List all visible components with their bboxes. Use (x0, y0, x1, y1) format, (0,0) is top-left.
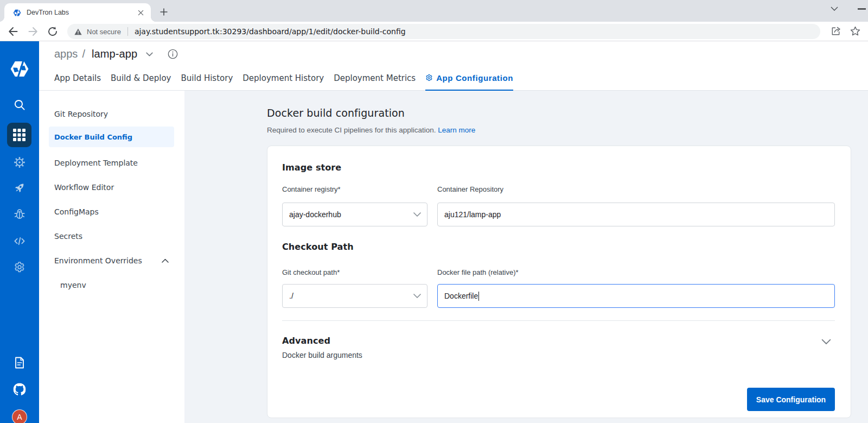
document-icon-svg (14, 357, 25, 369)
devtron-logo-icon-svg (10, 59, 29, 79)
subnav-deployment-template[interactable]: Deployment Template (39, 150, 184, 175)
advanced-heading: Advanced (282, 336, 362, 346)
devtron-logo-icon[interactable] (10, 59, 29, 79)
tab-search-chevron-icon[interactable] (828, 2, 841, 15)
subnav-myenv[interactable]: myenv (39, 273, 184, 297)
advanced-expand-chevron-icon[interactable] (821, 339, 831, 345)
devtron-app: A apps / lamp-app (0, 41, 868, 423)
user-avatar[interactable]: A (12, 409, 27, 423)
collapse-chevron-up-icon-svg (162, 258, 169, 263)
git-checkout-path-label: Git checkout path* (282, 268, 427, 276)
main-panel: apps / lamp-app App Deta (39, 41, 868, 423)
left-icon-rail: A (0, 41, 39, 423)
subnav-docker-build-config[interactable]: Docker Build Config (49, 127, 174, 147)
forward-button-icon[interactable] (28, 26, 39, 37)
container-repository-value: aju121/lamp-app (444, 210, 501, 219)
app-info-icon[interactable] (168, 49, 178, 59)
page-subtitle: Required to execute CI pipelines for thi… (267, 126, 851, 134)
checkout-path-heading: Checkout Path (282, 242, 835, 252)
tab-search-chevron-icon-svg (831, 7, 838, 11)
rocket-icon[interactable] (13, 181, 26, 194)
rocket-icon-svg (13, 181, 26, 194)
app-switcher-chevron-icon-svg (146, 52, 153, 56)
reload-button-icon[interactable] (47, 26, 58, 37)
app-info-icon-svg (168, 49, 178, 59)
save-configuration-button[interactable]: Save Configuration (747, 388, 835, 411)
tab-title: DevTron Labs (27, 9, 136, 16)
app-switcher-chevron-icon[interactable] (146, 52, 153, 56)
app-header: apps / lamp-app App Deta (39, 41, 868, 91)
devtron-favicon-icon (13, 9, 21, 17)
advanced-text-group: Advanced Docker build arguments (282, 336, 362, 359)
window-minimize-icon[interactable] (855, 2, 868, 15)
container-registry-label: Container registry* (282, 185, 427, 193)
applications-grid-selected[interactable] (7, 123, 31, 147)
grid-icon (12, 128, 26, 142)
docker-config-card: Image store Container registry* Containe… (267, 146, 851, 418)
new-tab-button[interactable] (156, 4, 171, 20)
search-icon-svg (14, 99, 25, 111)
page-title: Docker build configuration (267, 107, 851, 119)
browser-tabstrip: DevTron Labs (0, 0, 868, 22)
config-subnav: Git Repository Docker Build Config Deplo… (39, 91, 184, 423)
image-store-control-row: ajay-dockerhub aju121/lamp-app (282, 203, 835, 226)
image-store-heading: Image store (282, 162, 835, 173)
bug-icon[interactable] (14, 209, 26, 221)
docker-build-arguments-label: Docker build arguments (282, 351, 362, 359)
tab-app-details[interactable]: App Details (54, 66, 101, 91)
not-secure-label[interactable]: Not secure (87, 28, 121, 36)
page-subtitle-text: Required to execute CI pipelines for thi… (267, 126, 436, 134)
settings-cog-icon-svg (14, 261, 26, 274)
learn-more-link[interactable]: Learn more (438, 126, 475, 134)
gear-dotted-icon-svg (14, 156, 26, 169)
git-checkout-path-select[interactable]: ./ (282, 284, 427, 308)
tab-app-configuration[interactable]: App Configuration (425, 66, 513, 91)
bookmark-star-icon[interactable] (850, 26, 861, 37)
tab-build-deploy[interactable]: Build & Deploy (111, 66, 171, 91)
container-repository-input[interactable]: aju121/lamp-app (437, 203, 835, 226)
gear-dotted-icon[interactable] (14, 156, 26, 169)
breadcrumb-app-name[interactable]: lamp-app (92, 48, 137, 60)
container-registry-value: ajay-dockerhub (289, 210, 341, 219)
not-secure-warning-icon[interactable] (74, 28, 82, 35)
bug-icon-svg (14, 209, 26, 221)
tab-deployment-history[interactable]: Deployment History (242, 66, 324, 91)
container-registry-select[interactable]: ajay-dockerhub (282, 203, 427, 226)
tab-build-history[interactable]: Build History (181, 66, 233, 91)
advanced-expand-chevron-icon-svg (821, 339, 831, 345)
app-configuration-gear-icon (425, 74, 433, 81)
config-content: Docker build configuration Required to e… (184, 91, 868, 423)
search-icon[interactable] (14, 99, 25, 111)
tab-close-icon[interactable] (136, 8, 145, 17)
document-icon[interactable] (14, 357, 25, 369)
breadcrumb-separator: / (82, 48, 85, 60)
docker-file-path-input[interactable]: Dockerfile (437, 284, 835, 308)
subnav-git-repository[interactable]: Git Repository (39, 102, 184, 126)
collapse-chevron-up-icon[interactable] (162, 258, 169, 263)
breadcrumb-apps[interactable]: apps (54, 48, 78, 60)
tab-deployment-metrics[interactable]: Deployment Metrics (334, 66, 416, 91)
subnav-environment-overrides[interactable]: Environment Overrides (39, 248, 184, 273)
github-icon[interactable] (14, 383, 26, 396)
browser-tab[interactable]: DevTron Labs (4, 3, 151, 22)
url-text[interactable]: ajay.studentsupport.tk:30293/dashboard/a… (135, 27, 406, 36)
subnav-secrets[interactable]: Secrets (39, 224, 184, 248)
browser-window: DevTron Labs (0, 0, 868, 423)
subnav-configmaps[interactable]: ConfigMaps (39, 199, 184, 224)
code-icon[interactable] (14, 235, 26, 248)
address-bar[interactable]: Not secure ajay.studentsupport.tk:30293/… (67, 24, 820, 39)
code-icon-svg (14, 235, 26, 248)
back-button-icon[interactable] (8, 26, 18, 37)
git-checkout-path-value: ./ (289, 292, 293, 300)
section-divider (282, 320, 835, 321)
subnav-workflow-editor[interactable]: Workflow Editor (39, 175, 184, 199)
select-chevron-icon (413, 212, 421, 217)
github-icon-svg (14, 383, 26, 396)
address-divider (127, 27, 128, 36)
window-minimize-icon-svg (858, 8, 866, 10)
breadcrumb: apps / lamp-app (54, 48, 178, 60)
settings-cog-icon[interactable] (14, 261, 26, 274)
share-icon[interactable] (830, 26, 841, 37)
subnav-environment-overrides-label: Environment Overrides (54, 256, 142, 265)
text-cursor (478, 292, 479, 301)
